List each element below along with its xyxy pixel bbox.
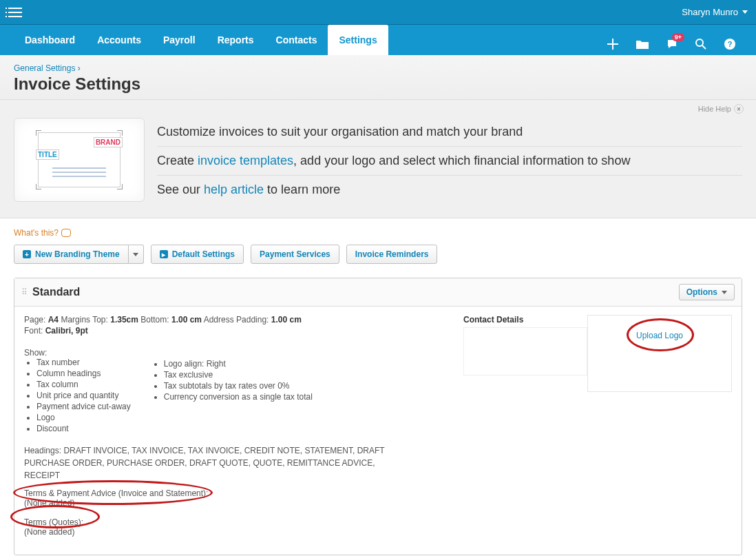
new-branding-theme-dropdown[interactable]	[129, 245, 144, 264]
nav-contacts[interactable]: Contacts	[265, 25, 328, 55]
help-icon[interactable]: ?	[724, 39, 735, 50]
show-list-1: Tax number Column headings Tax column Un…	[24, 358, 131, 433]
intro-line-1: Customize invoices to suit your organisa…	[157, 118, 742, 147]
svg-text:?: ?	[728, 40, 733, 48]
invoice-templates-link[interactable]: invoice templates	[198, 154, 293, 167]
contact-details-label: Contact Details	[463, 315, 587, 325]
whats-this-label: What's this?	[14, 228, 59, 238]
new-branding-theme-button[interactable]: + New Branding Theme	[14, 245, 129, 264]
theme-title: Standard	[32, 286, 80, 298]
logo-upload-box: Upload Logo	[587, 315, 732, 392]
page-title: Invoice Settings	[14, 74, 742, 94]
plus-icon: +	[23, 250, 31, 258]
terms-invoice-statement: Terms & Payment Advice (Invoice and Stat…	[24, 488, 463, 508]
upload-logo-link[interactable]: Upload Logo	[636, 331, 683, 340]
notification-badge: 9+	[672, 33, 684, 41]
headings-meta: Headings: DRAFT INVOICE, TAX INVOICE, TA…	[24, 444, 410, 482]
svg-point-0	[696, 39, 703, 46]
main-nav: Dashboard Accounts Payroll Reports Conta…	[14, 25, 388, 55]
speech-bubble-icon	[61, 229, 71, 237]
user-menu[interactable]: Sharyn Munro	[682, 7, 748, 17]
chevron-down-icon	[133, 253, 138, 256]
hide-help-button[interactable]: Hide Help ×	[698, 104, 744, 114]
preview-title-label: TITLE	[36, 150, 59, 160]
breadcrumb-sep: ›	[78, 63, 81, 73]
drag-handle-icon[interactable]: ⠿	[21, 287, 28, 297]
brand-preview: TITLE BRAND	[14, 118, 145, 202]
help-article-link[interactable]: help article	[204, 183, 264, 196]
nav-dashboard[interactable]: Dashboard	[14, 25, 86, 55]
payment-services-button[interactable]: Payment Services	[251, 245, 339, 264]
add-icon[interactable]	[607, 39, 618, 50]
page-meta: Page: A4 Margins Top: 1.35cm Bottom: 1.0…	[24, 315, 463, 325]
show-list-2: Logo align: Right Tax exclusive Tax subt…	[151, 359, 313, 402]
show-label: Show:	[24, 348, 131, 358]
options-button[interactable]: Options	[679, 284, 735, 300]
close-icon: ×	[734, 104, 744, 114]
intro-line-2: Create invoice templates, add your logo …	[157, 147, 742, 176]
whats-this-link[interactable]: What's this?	[14, 228, 742, 238]
preview-brand-label: BRAND	[94, 137, 123, 147]
breadcrumb: General Settings ›	[14, 63, 742, 73]
folder-icon[interactable]	[636, 39, 649, 49]
notifications-icon[interactable]: 9+	[666, 39, 678, 50]
contact-details-box	[463, 327, 587, 375]
chevron-down-icon	[742, 10, 748, 14]
intro-line-3: See our help article to learn more	[157, 176, 742, 204]
nav-settings[interactable]: Settings	[328, 25, 388, 55]
breadcrumb-parent[interactable]: General Settings	[14, 63, 75, 73]
default-settings-button[interactable]: ▸ Default Settings	[151, 245, 244, 264]
font-meta: Font: Calibri, 9pt	[24, 326, 463, 336]
invoice-reminders-button[interactable]: Invoice Reminders	[346, 245, 438, 264]
terms-quotes: Terms (Quotes): (None added)	[24, 517, 463, 537]
play-icon: ▸	[160, 250, 168, 258]
nav-payroll[interactable]: Payroll	[152, 25, 207, 55]
app-menu-icon[interactable]	[8, 8, 22, 17]
user-name: Sharyn Munro	[682, 7, 738, 17]
nav-reports[interactable]: Reports	[207, 25, 265, 55]
hide-help-label: Hide Help	[698, 105, 731, 113]
chevron-down-icon	[722, 291, 727, 294]
nav-accounts[interactable]: Accounts	[86, 25, 152, 55]
search-icon[interactable]	[695, 39, 706, 50]
